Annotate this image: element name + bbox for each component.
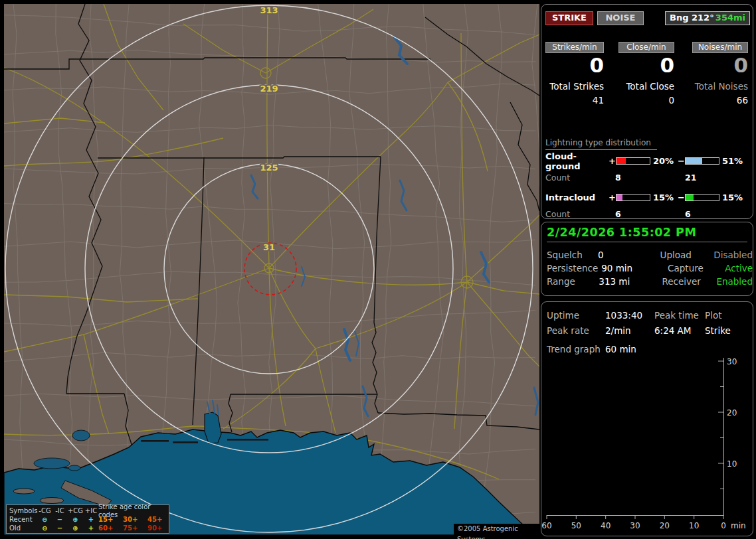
rate-counters: Strikes/min 0 Total Strikes 41 Close/min… (545, 42, 748, 106)
uptime-label: Uptime (547, 310, 605, 321)
cg-plus-pct: 20% (653, 156, 678, 166)
recent-neg-cg-icon: ⊖ (37, 516, 52, 524)
plot-mode-value: Strike (705, 325, 753, 336)
upload-status: Disabled (713, 250, 753, 260)
old-neg-cg-icon: ⊖ (37, 524, 52, 532)
x-tick-40: 40 (601, 521, 611, 530)
minus-sign: − (678, 193, 685, 202)
old-pos-ic-icon: + (84, 524, 98, 532)
status-panel: 2/24/2026 1:55:02 PM Squelch 0 Upload Di… (541, 222, 753, 296)
ic-plus-pct: 15% (653, 193, 678, 202)
x-tick-20: 20 (660, 521, 670, 530)
receiver-status: Enabled (716, 276, 753, 287)
noise-mode-button[interactable]: NOISE (597, 11, 644, 25)
uptime-value: 1033:40 (605, 310, 654, 321)
total-strikes-label: Total Strikes (545, 81, 604, 92)
ic-plus-bar-fill (616, 194, 622, 200)
ring-label-219: 219 (260, 84, 278, 94)
total-close-label: Total Close (618, 81, 674, 92)
ic-minus-bar-fill (686, 194, 694, 200)
cg-minus-pct: 51% (722, 156, 747, 166)
ic-minus-pct: 15% (722, 193, 747, 202)
strikes-per-min-value: 0 (545, 55, 604, 75)
mode-buttons: STRIKE NOISE (545, 11, 644, 25)
map-canvas: 313 219 125 31 (4, 4, 539, 535)
cg-plus-count: 8 (615, 173, 685, 183)
cloud-ground-count-row: Count 8 21 (545, 173, 749, 183)
cg-minus-bar-fill (686, 158, 702, 164)
strike-counters-panel: STRIKE NOISE Bng 212° 354mi Strikes/min … (541, 4, 753, 219)
squelch-value: 0 (598, 250, 660, 260)
noises-column: Noises/min 0 Total Noises 66 (692, 42, 748, 106)
legend-symbols-header: Symbols (9, 507, 37, 515)
range-value: 313 mi (599, 276, 662, 287)
legend-col-neg-ic: -IC (52, 507, 67, 515)
stats-row: Peak rate 2/min 6:24 AM Strike (547, 323, 753, 338)
age-15: 15+ (98, 516, 123, 524)
status-row: Squelch 0 Upload Disabled (547, 248, 753, 262)
total-close-value: 0 (618, 95, 674, 106)
copyright-notice: ©2005 Astrogenic Systems (454, 524, 539, 535)
receiver-label: Receiver (662, 276, 716, 287)
total-noises-value: 66 (692, 95, 748, 106)
datetime-display: 2/24/2026 1:55:02 PM (547, 226, 747, 242)
strike-mode-button[interactable]: STRIKE (545, 11, 593, 25)
recent-neg-ic-icon: − (52, 516, 67, 524)
cg-plus-bar (616, 157, 650, 165)
minus-sign: − (678, 156, 685, 166)
age-30: 30+ (123, 516, 147, 524)
squelch-label: Squelch (547, 250, 598, 260)
trend-graph-window: 60 min (605, 344, 636, 354)
capture-label: Capture (668, 263, 725, 273)
trend-graph-label: Trend graph (547, 344, 605, 354)
bearing-indicator: Bng 212° 354mi (665, 11, 750, 25)
ring-label-31: 31 (263, 242, 275, 252)
stats-trend-panel: Uptime 1033:40 Peak time Plot Peak rate … (541, 301, 753, 536)
bearing-label: Bng 212° (670, 12, 714, 25)
x-tick-0: 0 (721, 521, 726, 530)
status-row: Persistence 90 min Capture Active (547, 262, 753, 275)
trend-graph-row: Trend graph 60 min (547, 344, 753, 354)
y-tick-20: 20 (727, 408, 737, 418)
distribution-title: Lightning type distribution (545, 138, 657, 150)
lightning-map: 313 219 125 31 (4, 4, 539, 535)
cg-minus-bar (685, 157, 719, 165)
recent-pos-cg-icon: ⊕ (67, 516, 84, 524)
count-label: Count (545, 173, 615, 183)
age-90: 90+ (147, 524, 171, 532)
old-pos-cg-icon: ⊕ (67, 524, 84, 532)
stats-rows: Uptime 1033:40 Peak time Plot Peak rate … (547, 307, 753, 338)
lightning-distribution: Lightning type distribution Cloud-ground… (545, 135, 749, 219)
x-tick-50: 50 (571, 521, 581, 530)
persistence-value: 90 min (601, 263, 668, 273)
upload-label: Upload (660, 250, 714, 260)
y-tick-30: 30 (727, 357, 737, 366)
x-tick-10: 10 (689, 521, 699, 530)
old-neg-ic-icon: − (52, 524, 67, 532)
app-window: { "header": { "strike": "STRIKE", "noise… (0, 0, 756, 539)
close-per-min-button[interactable]: Close/min (618, 42, 674, 53)
close-per-min-value: 0 (618, 55, 674, 75)
ring-label-313: 313 (260, 5, 278, 15)
ring-label-125: 125 (260, 163, 278, 173)
legend-col-pos-cg: +CG (67, 507, 84, 515)
total-strikes-value: 41 (545, 95, 604, 106)
peak-time-label: Peak time (654, 310, 705, 321)
age-75: 75+ (123, 524, 147, 532)
legend-col-neg-cg: -CG (37, 507, 52, 515)
total-noises-label: Total Noises (692, 81, 748, 92)
peak-rate-value: 2/min (605, 325, 654, 336)
noises-per-min-button[interactable]: Noises/min (692, 42, 748, 53)
range-label: Range (547, 276, 599, 287)
legend-recent-label: Recent (9, 516, 37, 524)
legend-col-pos-ic: +IC (84, 507, 98, 515)
strikes-per-min-button[interactable]: Strikes/min (545, 42, 604, 53)
intracloud-count-row: Count 6 6 (545, 209, 749, 219)
intracloud-label: Intracloud (545, 193, 609, 202)
age-60: 60+ (98, 524, 123, 532)
ic-minus-count: 6 (685, 209, 691, 219)
x-axis-unit: min (731, 521, 746, 530)
symbol-legend: Symbols -CG -IC +CG +IC Strike age color… (6, 504, 169, 534)
intracloud-row: Intracloud + 15% − 15% (545, 193, 749, 202)
cg-minus-count: 21 (685, 173, 696, 183)
